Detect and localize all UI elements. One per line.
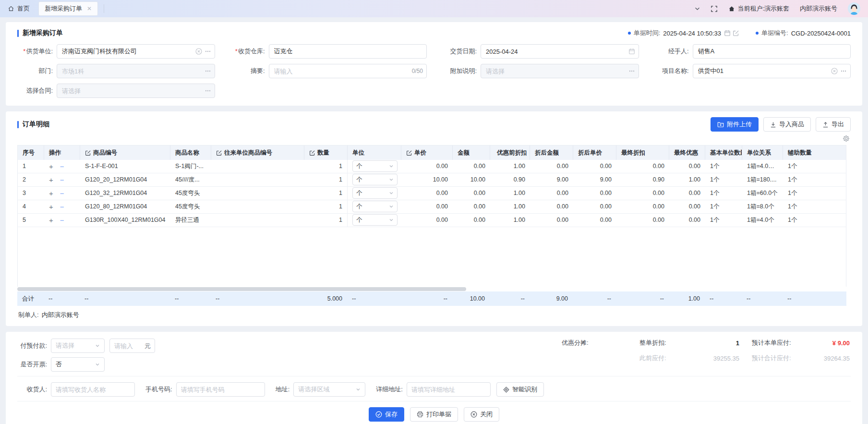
column-header: 最终折扣 — [616, 145, 669, 160]
gear-icon[interactable] — [843, 135, 850, 142]
add-row-icon[interactable]: + — [49, 163, 53, 170]
more-icon[interactable] — [628, 68, 635, 74]
add-row-icon[interactable]: + — [49, 203, 53, 210]
nav-home-tab[interactable]: 首页 — [8, 4, 30, 13]
edit-time-icon[interactable] — [733, 30, 739, 36]
table-row: 4+−G120_80_12RM01G0445度弯头1个0.000.001.000… — [18, 200, 846, 214]
summary-cell: 合计 — [17, 291, 44, 306]
tab-divider — [104, 4, 104, 13]
tab-new-purchase-order[interactable]: 新增采购订单 ✕ — [38, 1, 98, 16]
handler-input[interactable] — [693, 44, 851, 59]
phone-input[interactable] — [176, 382, 265, 397]
more-icon[interactable] — [840, 68, 847, 74]
remove-row-icon[interactable]: − — [60, 203, 64, 210]
supplier-input[interactable] — [57, 44, 215, 59]
close-icon[interactable]: ✕ — [87, 6, 92, 12]
export-label: 导出 — [832, 120, 844, 129]
more-icon[interactable] — [205, 68, 211, 74]
cell-code: G120_20_12RM01G04 — [80, 173, 170, 186]
unit-select[interactable]: 个 — [352, 160, 398, 172]
summary-cell: 1.00 — [669, 291, 705, 306]
delivery-date-input[interactable] — [481, 44, 639, 59]
remove-row-icon[interactable]: − — [60, 217, 64, 224]
summary-cell: -- — [347, 291, 401, 306]
avatar[interactable] — [848, 2, 860, 15]
maker-label: 制单人: — [18, 311, 39, 318]
field-department: 部门: — [17, 64, 215, 78]
cell-code: S-1-F-E-001 — [80, 160, 170, 173]
save-button[interactable]: 保存 — [369, 407, 404, 422]
attachment-upload-label: 附件上传 — [727, 120, 752, 129]
cell-disc_amount: 0.00 — [530, 187, 573, 200]
cell-code: G130R_100X40_12RM01G04 — [80, 214, 170, 227]
more-icon[interactable] — [205, 87, 211, 94]
unit-select[interactable]: 个 — [352, 214, 398, 226]
prepay-select[interactable]: 请选择 — [51, 339, 105, 353]
address-label: 地址: — [276, 385, 294, 394]
unit-cell: 个 — [348, 200, 401, 213]
action-bar: 保存 打印单据 关闭 — [17, 401, 851, 424]
project-input[interactable] — [693, 64, 851, 78]
add-row-icon[interactable]: + — [49, 217, 53, 224]
unit-select[interactable]: 个 — [352, 201, 398, 212]
column-header: 数量 — [304, 145, 348, 160]
cell-code: G120_32_12RM01G04 — [80, 187, 170, 200]
invoice-select[interactable]: 否 — [51, 357, 105, 372]
import-products-button[interactable]: 导入商品 — [763, 117, 811, 132]
receiver-input[interactable] — [51, 382, 135, 397]
summary-cell: -- — [490, 291, 530, 306]
cell-unit_relation: 1箱=8.0个 — [742, 200, 783, 213]
cell-amount: 0.00 — [453, 187, 490, 200]
account-name[interactable]: 内部演示账号 — [800, 4, 837, 13]
column-header: 商品名称 — [170, 145, 211, 160]
order-detail-card: 订单明细 附件上传 导入商品 导出 序号操作商品编号商 — [6, 111, 862, 326]
summary-cell: -- — [80, 291, 170, 306]
address-detail-input[interactable] — [407, 382, 491, 397]
extra-note-input[interactable] — [481, 64, 639, 78]
char-counter: 0/50 — [412, 68, 423, 74]
export-button[interactable]: 导出 — [816, 117, 851, 132]
caret-down-icon[interactable] — [695, 7, 700, 11]
unit-select[interactable]: 个 — [352, 187, 398, 199]
attachment-upload-button[interactable]: 附件上传 — [711, 117, 759, 132]
address-select[interactable]: 请选择区域 — [293, 382, 365, 397]
remove-row-icon[interactable]: − — [60, 163, 64, 170]
unit-select[interactable]: 个 — [352, 174, 398, 185]
contract-input[interactable] — [57, 84, 215, 98]
summary-cell: 5.000 — [304, 291, 347, 306]
chevron-down-icon — [389, 218, 394, 222]
extra-note-label: 附加说明: — [450, 67, 477, 74]
calendar-icon[interactable] — [628, 48, 635, 55]
smart-recognition-button[interactable]: 智能识别 — [496, 382, 544, 397]
more-icon[interactable] — [205, 48, 211, 55]
row-actions: +− — [44, 214, 80, 227]
doc-time-value: 2025-04-24 10:50:33 — [663, 30, 721, 37]
department-input[interactable] — [57, 64, 215, 78]
summary-input[interactable] — [269, 64, 427, 78]
total-payable-value: 39264.35 — [797, 355, 850, 362]
clear-circle-icon[interactable] — [195, 48, 202, 55]
add-row-icon[interactable]: + — [49, 190, 53, 197]
fullscreen-icon[interactable] — [711, 5, 718, 12]
cell-disc_price: 0.00 — [573, 160, 616, 173]
current-tenant[interactable]: 当前租户:演示账套 — [728, 4, 789, 13]
column-header: 单位 — [348, 145, 401, 160]
chevron-down-icon — [389, 191, 394, 195]
calendar-icon[interactable] — [724, 30, 731, 36]
remove-row-icon[interactable]: − — [60, 176, 64, 183]
add-row-icon[interactable]: + — [49, 176, 53, 183]
close-button[interactable]: 关闭 — [464, 407, 499, 422]
remove-row-icon[interactable]: − — [60, 190, 64, 197]
warehouse-input[interactable] — [269, 44, 427, 59]
supplier-label: 供货单位: — [26, 48, 53, 55]
cell-final_coupon: 0.00 — [669, 187, 705, 200]
clear-circle-icon[interactable] — [831, 68, 838, 74]
dot-icon — [756, 32, 759, 35]
expected-payable-label: 预计本单应付: — [739, 339, 797, 347]
title-accent-bar — [17, 30, 19, 37]
horizontal-scrollbar[interactable] — [17, 287, 846, 291]
required-mark: * — [23, 48, 25, 55]
export-icon — [822, 121, 829, 128]
scrollbar-thumb[interactable] — [17, 287, 466, 291]
print-button[interactable]: 打印单据 — [410, 407, 458, 422]
